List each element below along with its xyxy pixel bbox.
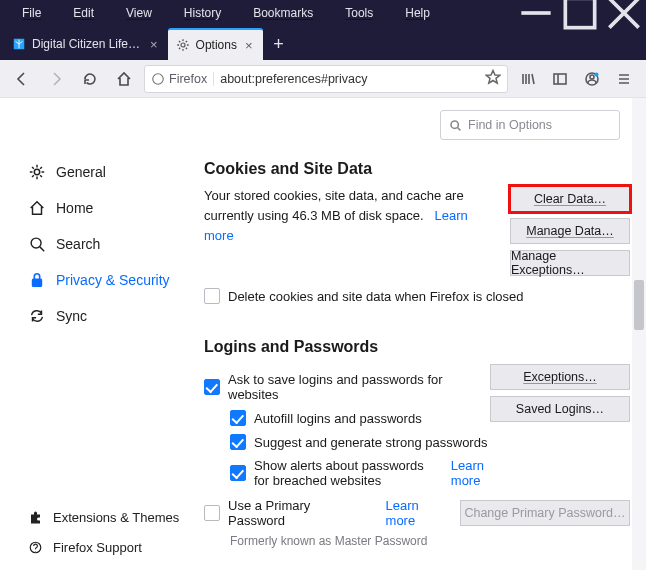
window-close[interactable] (602, 0, 646, 26)
puzzle-icon (28, 510, 43, 525)
sidebar-item-label: Extensions & Themes (53, 510, 179, 525)
menu-edit-label: Edit (65, 2, 102, 24)
primary-learn-more-link[interactable]: Learn more (386, 498, 448, 528)
reload-button[interactable] (76, 65, 104, 93)
window-controls (514, 0, 646, 26)
menu-history[interactable]: History (168, 2, 237, 24)
sidebar-item-general[interactable]: General (12, 154, 188, 190)
svg-rect-4 (554, 74, 566, 84)
gear-icon (176, 38, 190, 52)
library-button[interactable] (514, 65, 542, 93)
tab-options[interactable]: Options × (168, 28, 263, 60)
sidebar-item-label: Firefox Support (53, 540, 142, 555)
suggest-passwords-checkbox[interactable]: Suggest and generate strong passwords (230, 434, 490, 450)
window-minimize[interactable] (514, 0, 558, 26)
category-sidebar: General Home Search Privacy & Security S… (0, 98, 188, 570)
alerts-label: Show alerts about passwords for breached… (254, 458, 431, 488)
url-bar[interactable]: Firefox about:preferences#privacy (144, 65, 508, 93)
home-button[interactable] (110, 65, 138, 93)
preferences-page: Find in Options General Home Search Priv… (0, 98, 646, 570)
sidebar-item-sync[interactable]: Sync (12, 298, 188, 334)
logins-exceptions-label: Exceptions… (523, 370, 597, 384)
manage-data-button[interactable]: Manage Data… (510, 218, 630, 244)
tab-close-icon[interactable]: × (243, 38, 255, 53)
sidebar-item-privacy[interactable]: Privacy & Security (12, 262, 188, 298)
menu-edit[interactable]: Edit (57, 2, 110, 24)
ask-save-logins-checkbox[interactable]: Ask to save logins and passwords for web… (204, 372, 490, 402)
window-maximize[interactable] (558, 0, 602, 26)
breach-alerts-checkbox[interactable]: Show alerts about passwords for breached… (230, 458, 490, 488)
svg-point-7 (595, 72, 599, 76)
menu-view[interactable]: View (110, 2, 168, 24)
manage-data-label: Manage Data… (526, 224, 614, 238)
menubar: File Edit View History Bookmarks Tools H… (0, 0, 646, 26)
logins-exceptions-button[interactable]: Exceptions… (490, 364, 630, 390)
identity-block[interactable]: Firefox (151, 72, 214, 86)
firefox-icon (151, 72, 165, 86)
lock-icon (28, 271, 46, 289)
menu-view-label: View (118, 2, 160, 24)
sidebar-extensions-themes[interactable]: Extensions & Themes (12, 502, 188, 532)
menu-history-label: History (176, 2, 229, 24)
checkbox-icon (204, 505, 220, 521)
clear-data-button[interactable]: Clear Data… (510, 186, 630, 212)
saved-logins-button[interactable]: Saved Logins… (490, 396, 630, 422)
sidebar-firefox-support[interactable]: Firefox Support (12, 532, 188, 562)
ask-save-label: Ask to save logins and passwords for web… (228, 372, 490, 402)
svg-rect-11 (33, 279, 42, 286)
site-icon (12, 37, 26, 51)
delete-on-close-checkbox[interactable]: Delete cookies and site data when Firefo… (204, 288, 630, 304)
vertical-scrollbar[interactable] (632, 98, 646, 570)
checkbox-icon (204, 288, 220, 304)
tab-digital-citizen[interactable]: Digital Citizen Life in a digital w × (4, 28, 168, 60)
sidebar-item-label: Sync (56, 308, 87, 324)
logins-heading: Logins and Passwords (204, 338, 630, 356)
checkbox-icon (230, 410, 246, 426)
sidebar-item-home[interactable]: Home (12, 190, 188, 226)
menu-tools[interactable]: Tools (329, 2, 389, 24)
logins-learn-more-link[interactable]: Learn more (451, 458, 490, 488)
sidebar-button[interactable] (546, 65, 574, 93)
svg-point-9 (34, 169, 39, 174)
use-primary-label: Use a Primary Password (228, 498, 362, 528)
autofill-checkbox[interactable]: Autofill logins and passwords (230, 410, 490, 426)
tab-label: Digital Citizen Life in a digital w (32, 37, 142, 51)
sync-icon (28, 307, 46, 325)
menu-bookmarks[interactable]: Bookmarks (237, 2, 329, 24)
scroll-thumb[interactable] (634, 280, 644, 330)
manage-exceptions-button[interactable]: Manage Exceptions… (510, 250, 630, 276)
clear-data-label: Clear Data… (534, 192, 606, 206)
autofill-label: Autofill logins and passwords (254, 411, 422, 426)
home-icon (28, 199, 46, 217)
search-icon (28, 235, 46, 253)
menu-help[interactable]: Help (389, 2, 446, 24)
new-tab-button[interactable]: + (263, 28, 295, 60)
settings-content: Cookies and Site Data Your stored cookie… (188, 98, 646, 570)
delete-on-close-label: Delete cookies and site data when Firefo… (228, 289, 524, 304)
saved-logins-label: Saved Logins… (516, 402, 604, 416)
cookies-heading: Cookies and Site Data (204, 160, 630, 178)
sidebar-item-search[interactable]: Search (12, 226, 188, 262)
bookmark-star-icon[interactable] (485, 69, 501, 88)
menubar-items: File Edit View History Bookmarks Tools H… (0, 2, 446, 24)
help-icon (28, 540, 43, 555)
menu-file[interactable]: File (6, 2, 57, 24)
manage-exceptions-label: Manage Exceptions… (511, 249, 629, 277)
suggest-label: Suggest and generate strong passwords (254, 435, 487, 450)
checkbox-icon (204, 379, 220, 395)
toolbar: Firefox about:preferences#privacy (0, 60, 646, 98)
tab-label: Options (196, 38, 237, 52)
sidebar-item-label: Home (56, 200, 93, 216)
app-menu-button[interactable] (610, 65, 638, 93)
menu-help-label: Help (397, 2, 438, 24)
use-primary-password-checkbox[interactable]: Use a Primary Password Learn more (204, 498, 448, 528)
sidebar-item-label: Privacy & Security (56, 272, 170, 288)
account-button[interactable] (578, 65, 606, 93)
back-button[interactable] (8, 65, 36, 93)
tab-close-icon[interactable]: × (148, 37, 160, 52)
svg-point-3 (153, 73, 164, 84)
svg-point-10 (31, 238, 41, 248)
forward-button[interactable] (42, 65, 70, 93)
menu-file-label: File (14, 2, 49, 24)
checkbox-icon (230, 434, 246, 450)
